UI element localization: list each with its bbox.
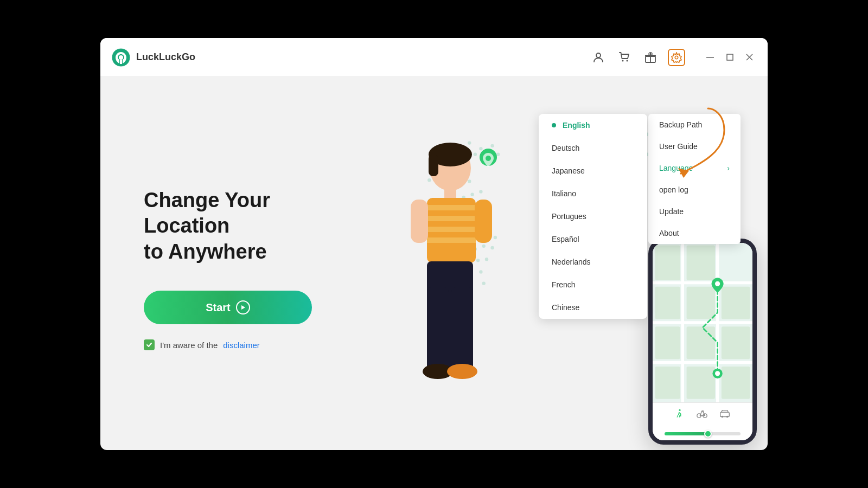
left-panel: Change Your Location to Anywhere Start I… bbox=[100, 77, 366, 450]
menu-item-about[interactable]: About bbox=[648, 222, 741, 244]
page-headline: Change Your Location to Anywhere bbox=[144, 188, 334, 265]
menu-item-open-log[interactable]: open log bbox=[648, 179, 741, 201]
svg-rect-121 bbox=[427, 287, 449, 371]
svg-point-6 bbox=[675, 56, 678, 59]
svg-rect-114 bbox=[427, 205, 476, 210]
svg-rect-117 bbox=[427, 237, 476, 243]
start-button-label: Start bbox=[206, 301, 231, 314]
logo-area: LuckLuckGo bbox=[111, 48, 195, 67]
cart-icon-button[interactable] bbox=[616, 49, 633, 66]
minimize-button[interactable] bbox=[703, 50, 718, 65]
disclaimer-prefix: I'm aware of the bbox=[160, 341, 218, 350]
app-logo-icon bbox=[111, 48, 131, 67]
svg-rect-116 bbox=[427, 227, 476, 232]
menu-item-language[interactable]: Language › bbox=[648, 157, 741, 179]
walk-icon bbox=[674, 408, 685, 419]
svg-rect-134 bbox=[687, 245, 715, 280]
svg-point-126 bbox=[486, 156, 491, 161]
svg-point-1 bbox=[119, 55, 123, 60]
language-option-deutsch[interactable]: Deutsch bbox=[539, 137, 647, 159]
language-option-nederlands[interactable]: Nederlands bbox=[539, 251, 647, 273]
svg-point-145 bbox=[715, 371, 720, 376]
bike-icon bbox=[696, 408, 708, 420]
language-option-japanese[interactable]: Japanese bbox=[539, 159, 647, 182]
close-button[interactable] bbox=[742, 50, 757, 65]
person-illustration bbox=[399, 125, 534, 450]
svg-point-124 bbox=[447, 364, 477, 379]
svg-point-146 bbox=[715, 281, 720, 286]
gift-icon-button[interactable] bbox=[642, 49, 659, 66]
main-content: Change Your Location to Anywhere Start I… bbox=[100, 77, 768, 450]
account-icon-button[interactable] bbox=[590, 49, 607, 66]
svg-rect-137 bbox=[722, 287, 750, 319]
svg-point-153 bbox=[726, 416, 729, 418]
svg-point-2 bbox=[596, 53, 601, 57]
language-submenu: English Deutsch Japanese Italiano Portug… bbox=[539, 114, 647, 319]
phone-screen bbox=[653, 243, 752, 402]
language-option-espanol[interactable]: Español bbox=[539, 228, 647, 251]
svg-rect-122 bbox=[451, 287, 473, 371]
window-controls bbox=[703, 50, 757, 65]
svg-rect-133 bbox=[655, 245, 680, 280]
speed-slider-thumb bbox=[704, 430, 712, 438]
svg-point-4 bbox=[627, 60, 628, 61]
svg-point-152 bbox=[722, 416, 724, 418]
svg-rect-135 bbox=[655, 287, 680, 319]
start-play-icon bbox=[236, 300, 250, 314]
svg-rect-119 bbox=[475, 200, 492, 243]
disclaimer-link[interactable]: disclaimer bbox=[223, 341, 260, 350]
speed-slider[interactable] bbox=[665, 432, 741, 435]
language-option-italiano[interactable]: Italiano bbox=[539, 182, 647, 205]
svg-rect-139 bbox=[687, 326, 715, 359]
svg-point-147 bbox=[679, 409, 680, 411]
language-option-chinese[interactable]: Chinese bbox=[539, 296, 647, 319]
phone-mockup bbox=[648, 239, 757, 445]
svg-rect-141 bbox=[655, 367, 680, 399]
svg-rect-136 bbox=[687, 287, 715, 319]
svg-rect-138 bbox=[655, 326, 680, 359]
language-arrow-icon: › bbox=[727, 164, 730, 172]
language-option-english[interactable]: English bbox=[539, 114, 647, 137]
car-icon bbox=[719, 408, 731, 420]
svg-point-3 bbox=[622, 60, 624, 61]
speed-slider-fill bbox=[665, 432, 706, 435]
menu-item-backup-path[interactable]: Backup Path bbox=[648, 114, 741, 136]
settings-dropdown: Backup Path User Guide Language › open l… bbox=[648, 114, 741, 244]
svg-rect-111 bbox=[429, 155, 438, 176]
svg-point-150 bbox=[702, 410, 704, 412]
menu-item-user-guide[interactable]: User Guide bbox=[648, 136, 741, 157]
title-bar-right bbox=[590, 49, 757, 66]
language-option-french[interactable]: French bbox=[539, 273, 647, 296]
menu-item-update[interactable]: Update bbox=[648, 201, 741, 222]
svg-rect-115 bbox=[427, 216, 476, 221]
start-button[interactable]: Start bbox=[144, 291, 312, 324]
maximize-button[interactable] bbox=[722, 50, 737, 65]
disclaimer-checkbox[interactable] bbox=[144, 339, 155, 350]
svg-rect-140 bbox=[722, 326, 750, 359]
svg-rect-143 bbox=[722, 367, 750, 399]
svg-rect-118 bbox=[411, 200, 428, 243]
app-title: LuckLuckGo bbox=[136, 52, 195, 63]
disclaimer-row: I'm aware of the disclaimer bbox=[144, 339, 334, 350]
svg-marker-11 bbox=[241, 305, 245, 310]
selected-language-dot bbox=[552, 123, 556, 127]
language-option-portugues[interactable]: Portugues bbox=[539, 205, 647, 228]
settings-icon-button[interactable] bbox=[668, 49, 685, 66]
svg-rect-8 bbox=[727, 54, 733, 60]
svg-rect-142 bbox=[687, 367, 715, 399]
transport-icons bbox=[674, 408, 731, 420]
phone-bottom-transport bbox=[653, 402, 752, 440]
app-window: LuckLuckGo bbox=[100, 38, 768, 450]
title-bar: LuckLuckGo bbox=[100, 38, 768, 77]
